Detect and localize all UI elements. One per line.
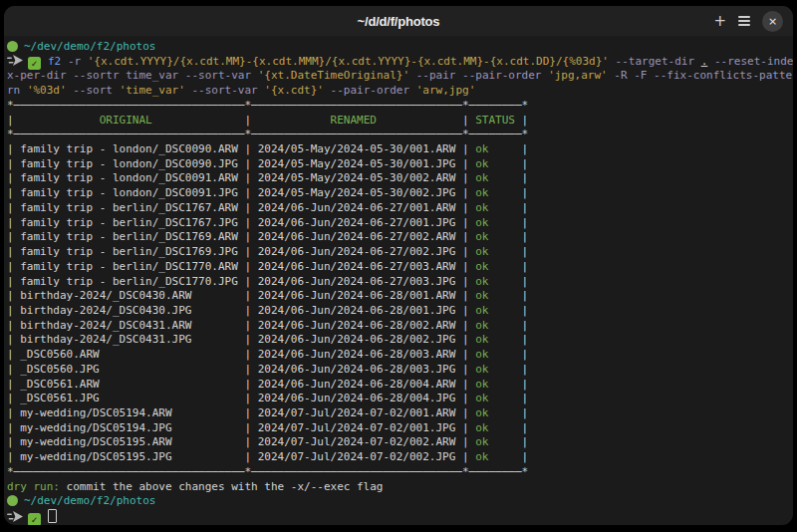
prompt-path-line: ~/dev/demo/f2/photos bbox=[7, 40, 793, 55]
table-row: | my-wedding/DSC05195.JPG | 2024/07-Jul/… bbox=[7, 450, 793, 465]
original-cell: my-wedding/DSC05195.JPG bbox=[14, 450, 245, 463]
command-token: -r bbox=[68, 55, 81, 68]
command-token: --fix-conflicts-patte bbox=[654, 69, 792, 82]
status-cell: ok bbox=[469, 333, 522, 346]
status-cell: ok bbox=[469, 289, 522, 302]
table-row: | family trip - berlin/_DSC1767.ARW | 20… bbox=[7, 201, 793, 216]
close-icon[interactable]: × bbox=[762, 11, 783, 32]
success-check-icon: ✓ bbox=[28, 57, 41, 70]
status-cell: ok bbox=[469, 245, 522, 258]
column-header-status: STATUS bbox=[469, 114, 522, 127]
original-cell: birthday-2024/_DSC0431.ARW bbox=[14, 319, 245, 332]
table-divider: | bbox=[462, 275, 469, 288]
column-header-renamed: RENAMED bbox=[251, 114, 462, 127]
table-divider: | bbox=[522, 245, 529, 258]
status-cell: ok bbox=[469, 157, 522, 170]
original-cell: my-wedding/DSC05194.ARW bbox=[14, 406, 245, 419]
status-cell: ok bbox=[469, 171, 522, 184]
table-row: | birthday-2024/_DSC0430.ARW | 2024/06-J… bbox=[7, 289, 793, 304]
original-cell: family trip - berlin/_DSC1767.ARW bbox=[14, 201, 245, 214]
renamed-cell: 2024/05-May/2024-05-30/002.JPG bbox=[251, 186, 462, 199]
table-divider: | bbox=[522, 304, 529, 317]
table-divider: | bbox=[462, 171, 469, 184]
table-header-line: | ORIGINAL | RENAMED | STATUS | bbox=[7, 114, 793, 129]
table-divider: | bbox=[522, 216, 529, 229]
command-token: rn bbox=[7, 84, 20, 97]
table-divider: | bbox=[522, 230, 529, 243]
command-token: 'jpg,arw' bbox=[548, 69, 608, 82]
prompt-arrow-icon bbox=[7, 55, 23, 66]
dry-run-label: dry run: bbox=[7, 480, 60, 493]
table-divider: | bbox=[462, 260, 469, 273]
table-divider: | bbox=[522, 289, 529, 302]
command-line: rn '%03d' --sort 'time_var' --sort-var '… bbox=[7, 84, 793, 99]
table-divider: | bbox=[522, 406, 529, 419]
menu-icon[interactable] bbox=[738, 14, 750, 28]
table-border-line: *───────────────────────────────────*───… bbox=[7, 465, 793, 480]
space bbox=[81, 55, 88, 68]
space bbox=[251, 69, 258, 82]
table-divider: | bbox=[462, 406, 469, 419]
command-token: x-per-dir bbox=[7, 69, 67, 82]
table-divider: | bbox=[522, 333, 529, 346]
table-divider: | bbox=[462, 435, 469, 448]
table-divider: | bbox=[522, 392, 529, 404]
table-divider: | bbox=[462, 230, 469, 243]
table-divider: | bbox=[522, 201, 529, 214]
new-tab-button[interactable]: + bbox=[713, 14, 726, 29]
original-cell: _DSC0561.ARW bbox=[14, 378, 245, 391]
table-divider: | bbox=[522, 114, 529, 127]
original-cell: birthday-2024/_DSC0431.JPG bbox=[14, 333, 245, 346]
table-row: | family trip - berlin/_DSC1769.ARW | 20… bbox=[7, 230, 793, 245]
command-token: 'arw,jpg' bbox=[416, 84, 476, 97]
renamed-cell: 2024/06-Jun/2024-06-27/002.ARW bbox=[251, 230, 462, 243]
renamed-cell: 2024/06-Jun/2024-06-27/003.ARW bbox=[251, 260, 462, 273]
space bbox=[178, 69, 185, 82]
table-divider: | bbox=[462, 186, 469, 199]
table-row: | family trip - berlin/_DSC1770.ARW | 20… bbox=[7, 260, 793, 275]
table-border: *───────────────────────────────────*───… bbox=[7, 465, 528, 478]
space bbox=[409, 84, 416, 97]
table-divider: | bbox=[7, 392, 14, 404]
titlebar: ~/d/d/f/photos + × bbox=[4, 6, 793, 36]
prompt-path: ~/dev/demo/f2/photos bbox=[24, 494, 155, 507]
dry-run-message: commit the above changes with the -x/--e… bbox=[60, 480, 384, 493]
command-token: --pair-order bbox=[331, 84, 409, 97]
command-token: --sort bbox=[73, 84, 113, 97]
command-token: f2 bbox=[48, 55, 61, 68]
status-cell: ok bbox=[469, 406, 522, 419]
space bbox=[609, 55, 616, 68]
status-cell: ok bbox=[469, 450, 522, 463]
table-divider: | bbox=[462, 450, 469, 463]
table-divider: | bbox=[7, 289, 14, 302]
original-cell: family trip - london/_DSC0090.ARW bbox=[14, 142, 245, 155]
original-cell: family trip - berlin/_DSC1767.JPG bbox=[14, 216, 245, 229]
table-divider: | bbox=[7, 114, 14, 127]
dry-run-line: dry run: commit the above changes with t… bbox=[7, 480, 793, 495]
table-divider: | bbox=[462, 333, 469, 346]
status-cell: ok bbox=[469, 230, 522, 243]
renamed-cell: 2024/06-Jun/2024-06-28/001.JPG bbox=[251, 304, 462, 317]
terminal-output[interactable]: ~/dev/demo/f2/photos✓f2 -r '{x.cdt.YYYY}… bbox=[4, 36, 793, 524]
table-divider: | bbox=[522, 378, 529, 391]
original-cell: family trip - berlin/_DSC1769.ARW bbox=[14, 230, 245, 243]
table-border-line: *───────────────────────────────────*───… bbox=[7, 99, 793, 114]
table-divider: | bbox=[522, 171, 529, 184]
renamed-cell: 2024/06-Jun/2024-06-28/004.JPG bbox=[251, 392, 462, 404]
command-token: --reset-inde bbox=[714, 55, 793, 68]
command-line: ✓f2 -r '{x.cdt.YYYY}/{x.cdt.MM}-{x.cdt.M… bbox=[7, 55, 793, 70]
command-token: --pair bbox=[416, 69, 456, 82]
table-divider: | bbox=[7, 450, 14, 463]
table-divider: | bbox=[522, 435, 529, 448]
space bbox=[61, 55, 68, 68]
prompt-arrow-icon bbox=[7, 511, 23, 522]
command-token: --target-dir bbox=[616, 55, 694, 68]
status-cell: ok bbox=[469, 304, 522, 317]
table-row: | family trip - london/_DSC0091.ARW | 20… bbox=[7, 171, 793, 186]
command-token: '{xt.DateTimeOriginal}' bbox=[258, 69, 409, 82]
table-border: *───────────────────────────────────*───… bbox=[7, 128, 528, 140]
status-cell: ok bbox=[469, 363, 522, 376]
command-token: --sort-var bbox=[191, 84, 257, 97]
terminal-window: ~/d/d/f/photos + × ~/dev/demo/f2/photos✓… bbox=[4, 6, 793, 525]
original-cell: my-wedding/DSC05194.JPG bbox=[14, 421, 245, 434]
